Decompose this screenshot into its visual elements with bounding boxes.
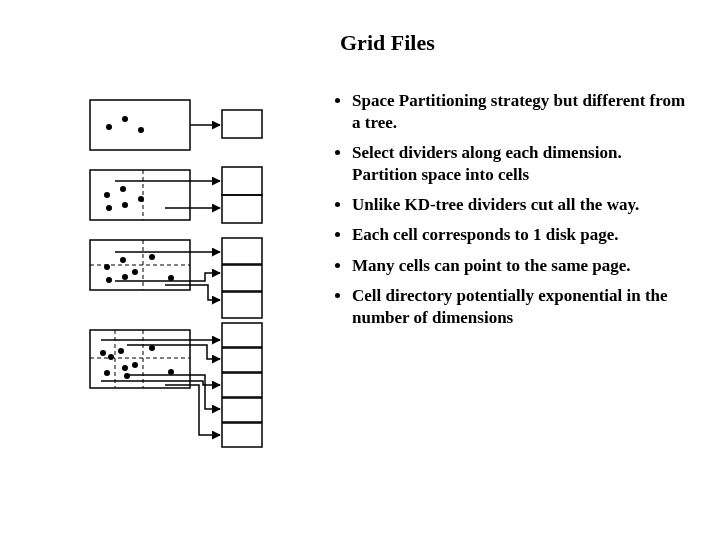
svg-point-40 bbox=[124, 373, 130, 379]
panel-2 bbox=[90, 167, 262, 223]
svg-point-26 bbox=[168, 275, 174, 281]
svg-rect-30 bbox=[222, 292, 262, 318]
svg-point-24 bbox=[132, 269, 138, 275]
svg-rect-31 bbox=[90, 330, 190, 388]
svg-point-39 bbox=[122, 365, 128, 371]
diagram-svg bbox=[85, 95, 295, 475]
svg-point-42 bbox=[149, 345, 155, 351]
svg-point-41 bbox=[132, 362, 138, 368]
panel-3 bbox=[90, 238, 262, 318]
list-item: Space Partitioning strategy but differen… bbox=[352, 90, 690, 134]
bullet-list: Space Partitioning strategy but differen… bbox=[330, 90, 690, 337]
svg-point-10 bbox=[120, 186, 126, 192]
grid-file-diagram bbox=[85, 95, 295, 479]
svg-point-8 bbox=[104, 192, 110, 198]
panel-1 bbox=[90, 100, 262, 150]
svg-rect-29 bbox=[222, 265, 262, 291]
svg-point-25 bbox=[149, 254, 155, 260]
list-item: Many cells can point to the same page. bbox=[352, 255, 690, 277]
page-title: Grid Files bbox=[340, 30, 435, 56]
svg-point-9 bbox=[106, 205, 112, 211]
svg-rect-46 bbox=[222, 348, 262, 372]
list-item: Unlike KD-tree dividers cut all the way. bbox=[352, 194, 690, 216]
svg-rect-5 bbox=[222, 110, 262, 138]
list-item: Each cell corresponds to 1 disk page. bbox=[352, 224, 690, 246]
svg-rect-45 bbox=[222, 323, 262, 347]
svg-rect-47 bbox=[222, 373, 262, 397]
svg-point-2 bbox=[122, 116, 128, 122]
svg-point-21 bbox=[106, 277, 112, 283]
svg-point-37 bbox=[108, 354, 114, 360]
slide: Grid Files Space Partitioning strategy b… bbox=[0, 0, 720, 540]
svg-point-1 bbox=[106, 124, 112, 130]
list-item: Select dividers along each dimension. Pa… bbox=[352, 142, 690, 186]
svg-point-11 bbox=[122, 202, 128, 208]
svg-point-36 bbox=[104, 370, 110, 376]
list-item: Cell directory potentially exponential i… bbox=[352, 285, 690, 329]
svg-point-3 bbox=[138, 127, 144, 133]
svg-rect-0 bbox=[90, 100, 190, 150]
svg-rect-49 bbox=[222, 423, 262, 447]
svg-rect-16 bbox=[222, 195, 262, 223]
svg-point-22 bbox=[120, 257, 126, 263]
svg-point-38 bbox=[118, 348, 124, 354]
svg-point-23 bbox=[122, 274, 128, 280]
svg-point-20 bbox=[104, 264, 110, 270]
svg-point-35 bbox=[100, 350, 106, 356]
svg-point-12 bbox=[138, 196, 144, 202]
svg-rect-28 bbox=[222, 238, 262, 264]
panel-4 bbox=[90, 323, 262, 447]
svg-rect-14 bbox=[222, 167, 262, 195]
svg-point-43 bbox=[168, 369, 174, 375]
svg-rect-48 bbox=[222, 398, 262, 422]
